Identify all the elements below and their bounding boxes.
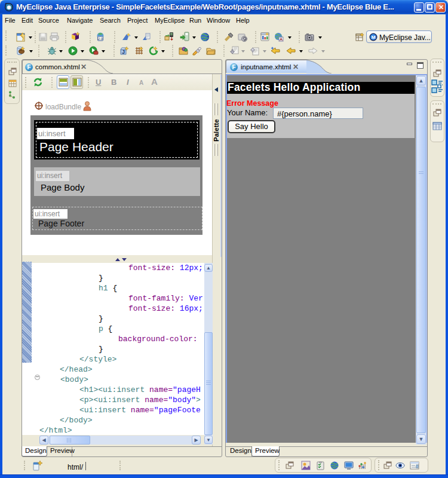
svg-text:J: J [122, 49, 125, 55]
svg-text:2.0: 2.0 [98, 37, 103, 41]
svg-text:M: M [372, 35, 376, 40]
